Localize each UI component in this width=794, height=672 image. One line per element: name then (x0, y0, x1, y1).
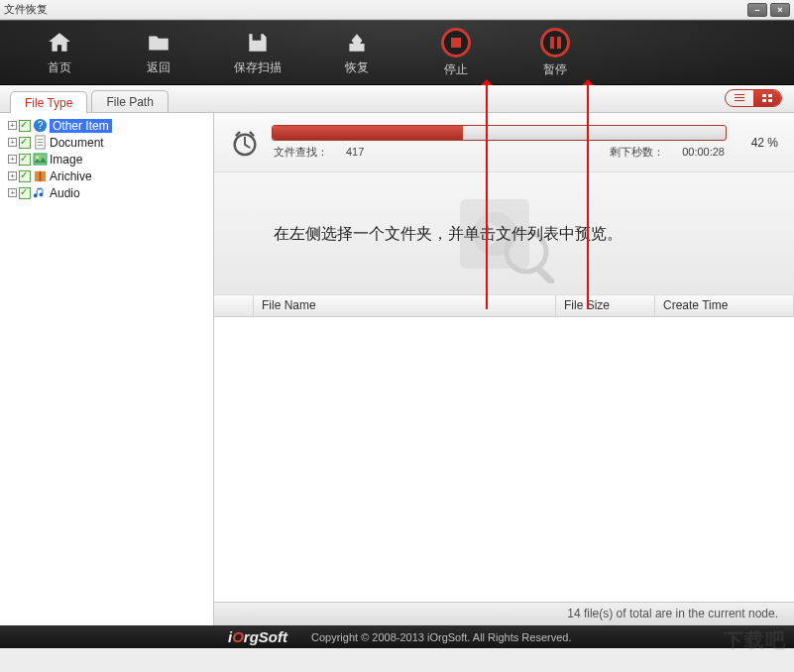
expand-icon[interactable]: + (8, 121, 17, 130)
audio-icon (33, 185, 48, 200)
sidebar-tree: + ? Other Item + Document + Image + Aric… (0, 113, 214, 625)
expand-icon[interactable]: + (8, 171, 17, 180)
svg-rect-7 (34, 154, 47, 165)
checkbox[interactable] (19, 187, 31, 199)
save-scan-label: 保存扫描 (234, 59, 282, 76)
tab-file-path[interactable]: File Path (91, 90, 168, 112)
brand-logo: iOrgSoft (228, 628, 287, 645)
window-controls: – × (747, 3, 790, 17)
save-scan-button[interactable]: 保存扫描 (208, 23, 307, 82)
annotation-arrow-stop (486, 81, 488, 309)
archive-icon (33, 168, 48, 183)
svg-rect-0 (762, 94, 766, 97)
pause-icon (540, 28, 570, 57)
svg-rect-1 (768, 94, 772, 97)
svg-rect-2 (762, 99, 766, 102)
main-toolbar: 首页 返回 保存扫描 恢复 停止 暂停 (0, 20, 794, 85)
th-filesize[interactable]: File Size (556, 295, 655, 316)
th-createtime[interactable]: Create Time (655, 295, 794, 316)
close-button[interactable]: × (770, 3, 790, 17)
tree-label: Image (50, 153, 82, 167)
image-icon (33, 152, 48, 167)
tree-label: Other Item (50, 119, 112, 133)
view-list-icon (726, 90, 753, 106)
stop-label: 停止 (444, 61, 468, 78)
folder-back-icon (144, 30, 173, 56)
expand-icon[interactable]: + (8, 188, 17, 197)
svg-rect-3 (768, 99, 772, 102)
expand-icon[interactable]: + (8, 155, 17, 164)
tree-item-other[interactable]: + ? Other Item (2, 117, 211, 134)
files-found: 文件查找：417 (274, 145, 364, 160)
svg-point-8 (36, 156, 39, 159)
progress-fill (273, 126, 463, 140)
tree-item-archive[interactable]: + Arichive (2, 168, 211, 184)
stop-icon (441, 28, 471, 57)
tree-item-document[interactable]: + Document (2, 134, 211, 151)
tree-label: Arichive (50, 169, 92, 183)
home-icon (45, 30, 74, 56)
tabs-row: File Type File Path (0, 85, 794, 113)
progress-percent: 42 % (738, 136, 778, 150)
tree-label: Document (50, 136, 104, 150)
annotation-arrow-pause (587, 81, 589, 309)
main-area: + ? Other Item + Document + Image + Aric… (0, 113, 794, 625)
time-remaining: 剩下秒数：00:00:28 (610, 145, 725, 160)
footer: iOrgSoft Copyright © 2008-2013 iOrgSoft.… (0, 625, 794, 648)
save-icon (243, 30, 273, 56)
pause-label: 暂停 (543, 61, 567, 78)
table-header: File Name File Size Create Time (214, 295, 794, 317)
document-icon (33, 135, 48, 150)
preview-panel: 在左侧选择一个文件夹，并单击文件列表中预览。 (214, 172, 794, 295)
recover-icon (342, 30, 372, 56)
recover-label: 恢复 (345, 59, 369, 76)
title-bar: 文件恢复 – × (0, 0, 794, 20)
tab-file-type[interactable]: File Type (10, 91, 87, 113)
tree-item-audio[interactable]: + Audio (2, 184, 211, 201)
svg-rect-16 (535, 266, 556, 283)
view-toggle[interactable] (725, 89, 782, 107)
back-button[interactable]: 返回 (109, 23, 208, 82)
svg-text:?: ? (38, 120, 44, 131)
clock-icon (230, 128, 260, 158)
checkbox[interactable] (19, 120, 31, 132)
table-body (214, 317, 794, 602)
home-label: 首页 (48, 59, 71, 76)
svg-rect-10 (40, 171, 42, 181)
home-button[interactable]: 首页 (10, 23, 109, 82)
checkbox[interactable] (19, 170, 31, 182)
window-title: 文件恢复 (4, 2, 747, 17)
recover-button[interactable]: 恢复 (307, 23, 406, 82)
preview-message: 在左侧选择一个文件夹，并单击文件列表中预览。 (274, 222, 623, 246)
question-icon: ? (33, 118, 48, 133)
progress-bar (272, 125, 727, 141)
copyright: Copyright © 2008-2013 iOrgSoft. All Righ… (311, 631, 571, 643)
expand-icon[interactable]: + (8, 138, 17, 147)
th-filename[interactable]: File Name (254, 295, 556, 316)
tree-label: Audio (50, 186, 80, 200)
view-grid-icon (753, 90, 781, 106)
tree-item-image[interactable]: + Image (2, 151, 211, 168)
content-area: 文件查找：417 剩下秒数：00:00:28 42 % 在左侧选择一个文件夹，并… (214, 113, 794, 625)
checkbox[interactable] (19, 154, 31, 166)
minimize-button[interactable]: – (747, 3, 767, 17)
progress-panel: 文件查找：417 剩下秒数：00:00:28 42 % (214, 113, 794, 172)
status-bar: 14 file(s) of total are in the current n… (214, 602, 794, 625)
back-label: 返回 (147, 59, 170, 76)
checkbox[interactable] (19, 137, 31, 149)
th-checkbox[interactable] (214, 295, 254, 316)
